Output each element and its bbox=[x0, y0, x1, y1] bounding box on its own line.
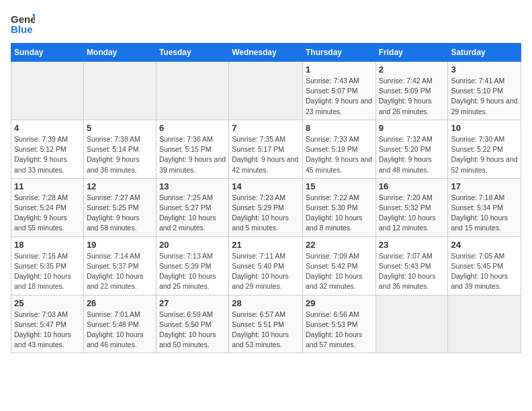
day-number: 5 bbox=[87, 123, 153, 133]
calendar-cell: 27Sunrise: 6:59 AM Sunset: 5:50 PM Dayli… bbox=[156, 295, 228, 353]
calendar-cell: 14Sunrise: 7:23 AM Sunset: 5:29 PM Dayli… bbox=[229, 178, 303, 236]
day-info: Sunrise: 7:39 AM Sunset: 5:12 PM Dayligh… bbox=[14, 134, 81, 175]
calendar-cell bbox=[156, 62, 228, 120]
weekday-header-monday: Monday bbox=[83, 44, 156, 62]
day-number: 19 bbox=[87, 240, 153, 250]
day-info: Sunrise: 7:33 AM Sunset: 5:19 PM Dayligh… bbox=[306, 134, 373, 175]
day-number: 3 bbox=[451, 64, 518, 75]
day-info: Sunrise: 7:35 AM Sunset: 5:17 PM Dayligh… bbox=[232, 134, 300, 175]
day-number: 23 bbox=[379, 240, 445, 250]
day-number: 13 bbox=[159, 181, 226, 191]
day-info: Sunrise: 7:30 AM Sunset: 5:22 PM Dayligh… bbox=[451, 134, 518, 175]
day-info: Sunrise: 7:41 AM Sunset: 5:10 PM Dayligh… bbox=[451, 76, 518, 117]
calendar-week-row: 18Sunrise: 7:16 AM Sunset: 5:35 PM Dayli… bbox=[11, 236, 521, 295]
day-number: 26 bbox=[87, 298, 153, 308]
day-info: Sunrise: 7:36 AM Sunset: 5:15 PM Dayligh… bbox=[159, 134, 226, 175]
day-info: Sunrise: 7:09 AM Sunset: 5:42 PM Dayligh… bbox=[306, 251, 373, 292]
weekday-header-saturday: Saturday bbox=[448, 44, 521, 62]
day-info: Sunrise: 7:22 AM Sunset: 5:30 PM Dayligh… bbox=[306, 193, 373, 234]
logo: General Blue bbox=[11, 11, 38, 35]
day-info: Sunrise: 6:56 AM Sunset: 5:53 PM Dayligh… bbox=[306, 310, 373, 351]
calendar-cell: 3Sunrise: 7:41 AM Sunset: 5:10 PM Daylig… bbox=[448, 62, 521, 120]
day-info: Sunrise: 7:32 AM Sunset: 5:20 PM Dayligh… bbox=[379, 134, 445, 175]
calendar-cell: 18Sunrise: 7:16 AM Sunset: 5:35 PM Dayli… bbox=[11, 236, 84, 295]
calendar-table: SundayMondayTuesdayWednesdayThursdayFrid… bbox=[11, 43, 521, 353]
calendar-cell: 1Sunrise: 7:43 AM Sunset: 5:07 PM Daylig… bbox=[302, 62, 375, 120]
calendar-cell: 5Sunrise: 7:38 AM Sunset: 5:14 PM Daylig… bbox=[83, 120, 156, 178]
calendar-week-row: 1Sunrise: 7:43 AM Sunset: 5:07 PM Daylig… bbox=[11, 62, 521, 120]
calendar-cell: 4Sunrise: 7:39 AM Sunset: 5:12 PM Daylig… bbox=[11, 120, 84, 178]
calendar-cell: 9Sunrise: 7:32 AM Sunset: 5:20 PM Daylig… bbox=[375, 120, 448, 178]
calendar-cell: 16Sunrise: 7:20 AM Sunset: 5:32 PM Dayli… bbox=[375, 178, 448, 236]
calendar-cell: 20Sunrise: 7:13 AM Sunset: 5:39 PM Dayli… bbox=[156, 236, 228, 295]
calendar-cell: 13Sunrise: 7:25 AM Sunset: 5:27 PM Dayli… bbox=[156, 178, 228, 236]
calendar-cell bbox=[11, 62, 84, 120]
calendar-cell bbox=[448, 295, 521, 353]
day-info: Sunrise: 7:38 AM Sunset: 5:14 PM Dayligh… bbox=[87, 134, 153, 175]
calendar-week-row: 4Sunrise: 7:39 AM Sunset: 5:12 PM Daylig… bbox=[11, 120, 521, 178]
day-number: 16 bbox=[379, 181, 445, 191]
calendar-cell: 11Sunrise: 7:28 AM Sunset: 5:24 PM Dayli… bbox=[11, 178, 84, 236]
day-number: 29 bbox=[306, 298, 373, 308]
calendar-cell: 17Sunrise: 7:18 AM Sunset: 5:34 PM Dayli… bbox=[448, 178, 521, 236]
day-number: 4 bbox=[14, 123, 81, 133]
calendar-cell: 15Sunrise: 7:22 AM Sunset: 5:30 PM Dayli… bbox=[302, 178, 375, 236]
day-number: 1 bbox=[306, 64, 373, 75]
calendar-cell bbox=[375, 295, 448, 353]
day-number: 12 bbox=[87, 181, 153, 191]
day-info: Sunrise: 7:13 AM Sunset: 5:39 PM Dayligh… bbox=[159, 251, 226, 292]
calendar-cell: 26Sunrise: 7:01 AM Sunset: 5:48 PM Dayli… bbox=[83, 295, 156, 353]
day-info: Sunrise: 7:03 AM Sunset: 5:47 PM Dayligh… bbox=[14, 310, 81, 351]
calendar-cell: 28Sunrise: 6:57 AM Sunset: 5:51 PM Dayli… bbox=[229, 295, 303, 353]
day-info: Sunrise: 7:28 AM Sunset: 5:24 PM Dayligh… bbox=[14, 193, 81, 234]
calendar-cell bbox=[229, 62, 303, 120]
day-info: Sunrise: 7:18 AM Sunset: 5:34 PM Dayligh… bbox=[451, 193, 518, 234]
day-number: 25 bbox=[14, 298, 81, 308]
calendar-cell: 29Sunrise: 6:56 AM Sunset: 5:53 PM Dayli… bbox=[302, 295, 375, 353]
svg-text:Blue: Blue bbox=[11, 24, 33, 35]
weekday-header-thursday: Thursday bbox=[302, 44, 375, 62]
calendar-cell: 22Sunrise: 7:09 AM Sunset: 5:42 PM Dayli… bbox=[302, 236, 375, 295]
calendar-cell: 6Sunrise: 7:36 AM Sunset: 5:15 PM Daylig… bbox=[156, 120, 228, 178]
day-info: Sunrise: 6:59 AM Sunset: 5:50 PM Dayligh… bbox=[159, 310, 226, 351]
day-number: 24 bbox=[451, 240, 518, 250]
page-header: General Blue bbox=[11, 11, 521, 35]
weekday-header-friday: Friday bbox=[375, 44, 448, 62]
day-number: 27 bbox=[159, 298, 226, 308]
day-number: 6 bbox=[159, 123, 226, 133]
calendar-cell: 25Sunrise: 7:03 AM Sunset: 5:47 PM Dayli… bbox=[11, 295, 84, 353]
weekday-header-wednesday: Wednesday bbox=[229, 44, 303, 62]
day-info: Sunrise: 7:25 AM Sunset: 5:27 PM Dayligh… bbox=[159, 193, 226, 234]
calendar-cell: 10Sunrise: 7:30 AM Sunset: 5:22 PM Dayli… bbox=[448, 120, 521, 178]
calendar-cell: 2Sunrise: 7:42 AM Sunset: 5:09 PM Daylig… bbox=[375, 62, 448, 120]
weekday-header-tuesday: Tuesday bbox=[156, 44, 228, 62]
day-number: 18 bbox=[14, 240, 81, 250]
day-info: Sunrise: 7:01 AM Sunset: 5:48 PM Dayligh… bbox=[87, 310, 153, 351]
day-number: 10 bbox=[451, 123, 518, 133]
day-number: 7 bbox=[232, 123, 300, 133]
calendar-cell: 19Sunrise: 7:14 AM Sunset: 5:37 PM Dayli… bbox=[83, 236, 156, 295]
day-info: Sunrise: 7:05 AM Sunset: 5:45 PM Dayligh… bbox=[451, 251, 518, 292]
day-info: Sunrise: 7:11 AM Sunset: 5:40 PM Dayligh… bbox=[232, 251, 300, 292]
day-number: 11 bbox=[14, 181, 81, 191]
day-info: Sunrise: 7:14 AM Sunset: 5:37 PM Dayligh… bbox=[87, 251, 153, 292]
day-info: Sunrise: 7:07 AM Sunset: 5:43 PM Dayligh… bbox=[379, 251, 445, 292]
day-number: 2 bbox=[379, 64, 445, 75]
day-info: Sunrise: 7:16 AM Sunset: 5:35 PM Dayligh… bbox=[14, 251, 81, 292]
calendar-cell: 24Sunrise: 7:05 AM Sunset: 5:45 PM Dayli… bbox=[448, 236, 521, 295]
day-number: 15 bbox=[306, 181, 373, 191]
calendar-week-row: 11Sunrise: 7:28 AM Sunset: 5:24 PM Dayli… bbox=[11, 178, 521, 236]
calendar-cell: 12Sunrise: 7:27 AM Sunset: 5:25 PM Dayli… bbox=[83, 178, 156, 236]
day-number: 22 bbox=[306, 240, 373, 250]
calendar-cell: 8Sunrise: 7:33 AM Sunset: 5:19 PM Daylig… bbox=[302, 120, 375, 178]
day-number: 8 bbox=[306, 123, 373, 133]
day-number: 9 bbox=[379, 123, 445, 133]
day-info: Sunrise: 6:57 AM Sunset: 5:51 PM Dayligh… bbox=[232, 310, 300, 351]
day-number: 17 bbox=[451, 181, 518, 191]
day-number: 14 bbox=[232, 181, 300, 191]
weekday-header-row: SundayMondayTuesdayWednesdayThursdayFrid… bbox=[11, 44, 521, 62]
day-number: 21 bbox=[232, 240, 300, 250]
calendar-cell: 7Sunrise: 7:35 AM Sunset: 5:17 PM Daylig… bbox=[229, 120, 303, 178]
day-info: Sunrise: 7:42 AM Sunset: 5:09 PM Dayligh… bbox=[379, 76, 445, 117]
weekday-header-sunday: Sunday bbox=[11, 44, 84, 62]
